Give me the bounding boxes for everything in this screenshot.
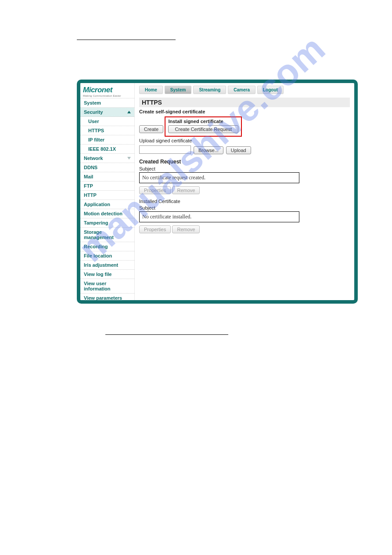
tab-streaming[interactable]: Streaming bbox=[193, 86, 226, 94]
sidebar-item-iris-adjustment[interactable]: Iris adjustment bbox=[80, 261, 134, 270]
tab-label: Streaming bbox=[199, 87, 220, 92]
sidebar-item-label: IP filter bbox=[88, 137, 104, 142]
tab-label: Logout bbox=[263, 87, 278, 92]
browse-button[interactable]: Browse... bbox=[194, 146, 223, 154]
sidebar-item-view-parameters[interactable]: View parameters bbox=[80, 294, 134, 303]
upload-heading: Upload signed certificate bbox=[139, 138, 350, 143]
created-request-subject-value: No certificate request created. bbox=[139, 172, 299, 183]
sidebar-item-ieee-8021x[interactable]: IEEE 802.1X bbox=[80, 145, 134, 154]
sidebar-item-network[interactable]: Network bbox=[80, 154, 134, 163]
tab-label: System bbox=[170, 87, 186, 92]
sidebar-item-label: Tampering bbox=[84, 220, 108, 225]
sidebar-item-label: System bbox=[84, 100, 101, 105]
installed-cert-subject-value: No certificate installed. bbox=[139, 211, 299, 222]
divider-mid bbox=[105, 334, 228, 335]
sidebar-item-security[interactable]: Security bbox=[80, 108, 134, 117]
sidebar-item-label: Motion detection bbox=[84, 211, 122, 216]
tab-camera[interactable]: Camera bbox=[228, 86, 255, 94]
install-highlight-box: Install signed certificate Create Certif… bbox=[165, 116, 242, 137]
main-content: Home System Streaming Camera Logout HTTP… bbox=[135, 83, 354, 300]
sidebar-item-user[interactable]: User bbox=[80, 117, 134, 126]
sidebar-item-label: Network bbox=[84, 156, 103, 161]
sidebar-item-label: HTTPS bbox=[88, 128, 104, 133]
sidebar-item-http[interactable]: HTTP bbox=[80, 191, 134, 200]
sidebar-item-recording[interactable]: Recording bbox=[80, 242, 134, 251]
tab-label: Home bbox=[145, 87, 157, 92]
sidebar-item-view-log-file[interactable]: View log file bbox=[80, 270, 134, 279]
sidebar-item-ip-filter[interactable]: IP filter bbox=[80, 135, 134, 145]
sidebar-item-label: Security bbox=[84, 109, 103, 115]
sidebar-item-https[interactable]: HTTPS bbox=[80, 126, 134, 135]
sidebar-item-label: View log file bbox=[84, 272, 111, 277]
created-request-properties-button[interactable]: Properties bbox=[139, 186, 171, 194]
admin-shell: Micronet Making Communication Easier Sys… bbox=[77, 80, 358, 304]
sidebar-item-application[interactable]: Application bbox=[80, 200, 134, 209]
sidebar-item-label: Recording bbox=[84, 244, 108, 249]
sidebar-item-motion-detection[interactable]: Motion detection bbox=[80, 209, 134, 218]
upload-path-input[interactable] bbox=[139, 145, 191, 154]
chevron-up-icon bbox=[127, 111, 131, 113]
sidebar-item-label: Application bbox=[84, 202, 110, 207]
page-title: HTTPS bbox=[139, 98, 350, 107]
install-heading: Install signed certificate bbox=[168, 119, 238, 124]
sidebar-item-label: File location bbox=[84, 253, 112, 258]
logo-tagline: Making Communication Easier bbox=[83, 94, 132, 97]
topnav: Home System Streaming Camera Logout bbox=[139, 86, 350, 94]
sidebar-item-storage-management[interactable]: Storage management bbox=[80, 228, 134, 242]
sidebar-item-label: HTTP bbox=[84, 192, 97, 198]
sidebar-item-label: View parameters bbox=[84, 295, 122, 301]
installed-cert-properties-button[interactable]: Properties bbox=[139, 225, 171, 233]
chevron-down-icon bbox=[127, 157, 131, 160]
sidebar-item-system[interactable]: System bbox=[80, 98, 134, 108]
logo: Micronet Making Communication Easier bbox=[80, 83, 134, 98]
installed-cert-heading: Installed Certificate bbox=[139, 199, 350, 204]
tab-home[interactable]: Home bbox=[139, 86, 163, 94]
sidebar-item-ftp[interactable]: FTP bbox=[80, 181, 134, 191]
sidebar-item-file-location[interactable]: File location bbox=[80, 251, 134, 261]
installed-cert-subject-label: Subject bbox=[139, 205, 350, 210]
created-request-subject-label: Subject bbox=[139, 166, 350, 171]
sidebar-item-mail[interactable]: Mail bbox=[80, 172, 134, 181]
sidebar-item-label: IEEE 802.1X bbox=[88, 146, 116, 152]
tab-label: Camera bbox=[234, 87, 250, 92]
created-request-heading: Created Request bbox=[139, 159, 350, 165]
sidebar-item-ddns[interactable]: DDNS bbox=[80, 163, 134, 172]
sidebar-item-label: Iris adjustment bbox=[84, 262, 118, 268]
sidebar-item-label: View user information bbox=[84, 281, 131, 291]
sidebar: Micronet Making Communication Easier Sys… bbox=[80, 83, 135, 300]
create-cert-request-button[interactable]: Create Certificate Request bbox=[168, 125, 238, 133]
created-request-remove-button[interactable]: Remove bbox=[172, 186, 200, 194]
tab-system[interactable]: System bbox=[165, 86, 192, 94]
sidebar-item-view-user-information[interactable]: View user information bbox=[80, 279, 134, 294]
tab-logout[interactable]: Logout bbox=[257, 86, 284, 94]
sidebar-item-tampering[interactable]: Tampering bbox=[80, 218, 134, 228]
sidebar-item-label: Mail bbox=[84, 174, 93, 179]
logo-name: Micronet bbox=[83, 86, 132, 94]
self-signed-heading: Create self-signed certificate bbox=[139, 109, 350, 114]
sidebar-item-label: DDNS bbox=[84, 165, 97, 170]
sidebar-item-label: Storage management bbox=[84, 229, 131, 240]
sidebar-item-label: FTP bbox=[84, 183, 93, 189]
installed-cert-remove-button[interactable]: Remove bbox=[172, 225, 200, 233]
sidebar-item-label: User bbox=[88, 119, 99, 124]
create-button[interactable]: Create bbox=[139, 125, 163, 133]
upload-button[interactable]: Upload bbox=[226, 146, 251, 154]
divider-top bbox=[77, 40, 176, 40]
